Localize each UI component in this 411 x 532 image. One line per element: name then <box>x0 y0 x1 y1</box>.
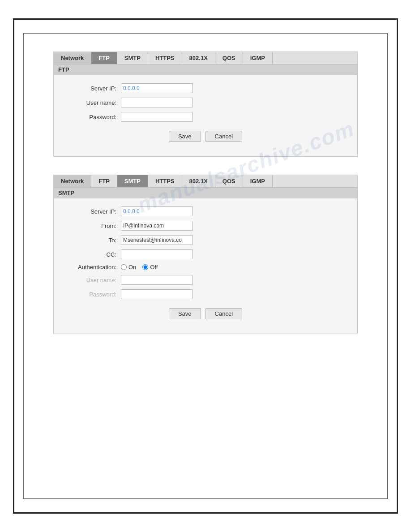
smtp-button-row: Save Cancel <box>63 304 348 326</box>
tab-https-2[interactable]: HTTPS <box>148 175 182 187</box>
ftp-panel: Network FTP SMTP HTTPS 802.1X QOS IGMP F… <box>53 51 358 157</box>
smtp-to-label: To: <box>63 237 121 244</box>
username-row: User name: <box>63 98 348 107</box>
outer-border: manualsarchive.com Network FTP SMTP HTTP… <box>13 18 398 514</box>
smtp-form-area: Server IP: From: To: CC: Authentication: <box>54 198 357 334</box>
smtp-username-row: User name: <box>63 275 348 285</box>
smtp-server-ip-label: Server IP: <box>63 208 121 215</box>
smtp-cc-row: CC: <box>63 249 348 259</box>
ftp-button-row: Save Cancel <box>63 126 348 148</box>
password-row: Password: <box>63 112 348 122</box>
username-label: User name: <box>63 99 121 106</box>
server-ip-row: Server IP: <box>63 83 348 93</box>
server-ip-input[interactable] <box>121 83 193 93</box>
tab-smtp-2[interactable]: SMTP <box>117 175 148 187</box>
auth-on-radio[interactable] <box>121 264 127 270</box>
smtp-from-row: From: <box>63 221 348 231</box>
tab-ftp-1[interactable]: FTP <box>91 52 117 64</box>
smtp-to-input[interactable] <box>121 235 193 245</box>
tab-qos-2[interactable]: QOS <box>215 175 243 187</box>
smtp-username-input[interactable] <box>121 275 193 285</box>
server-ip-label: Server IP: <box>63 85 121 92</box>
smtp-password-label: Password: <box>63 291 121 298</box>
tab-network-2[interactable]: Network <box>54 175 91 187</box>
smtp-tab-bar: Network FTP SMTP HTTPS 802.1X QOS IGMP <box>54 175 357 188</box>
auth-off-label: Off <box>150 264 158 270</box>
auth-on-option[interactable]: On <box>121 264 136 270</box>
smtp-save-button[interactable]: Save <box>169 308 201 319</box>
ftp-tab-bar: Network FTP SMTP HTTPS 802.1X QOS IGMP <box>54 52 357 64</box>
smtp-auth-row: Authentication: On Off <box>63 264 348 270</box>
smtp-cc-label: CC: <box>63 251 121 258</box>
tab-smtp-1[interactable]: SMTP <box>117 52 148 64</box>
smtp-username-label: User name: <box>63 277 121 283</box>
auth-on-label: On <box>128 264 136 270</box>
smtp-from-label: From: <box>63 223 121 229</box>
smtp-auth-label: Authentication: <box>63 264 121 270</box>
ftp-cancel-button[interactable]: Cancel <box>206 131 242 142</box>
ftp-form-area: Server IP: User name: Password: Save Can… <box>54 75 357 156</box>
smtp-section-header: SMTP <box>54 188 357 198</box>
password-label: Password: <box>63 114 121 120</box>
inner-border: manualsarchive.com Network FTP SMTP HTTP… <box>23 33 388 499</box>
tab-8021x-2[interactable]: 802.1X <box>182 175 215 187</box>
smtp-from-input[interactable] <box>121 221 193 231</box>
smtp-cc-input[interactable] <box>121 249 193 259</box>
smtp-to-row: To: <box>63 235 348 245</box>
ftp-save-button[interactable]: Save <box>169 131 201 142</box>
tab-network-1[interactable]: Network <box>54 52 91 64</box>
auth-off-option[interactable]: Off <box>142 264 158 270</box>
smtp-password-row: Password: <box>63 289 348 299</box>
tab-ftp-2[interactable]: FTP <box>91 175 117 187</box>
smtp-server-ip-row: Server IP: <box>63 206 348 216</box>
tab-https-1[interactable]: HTTPS <box>148 52 182 64</box>
smtp-server-ip-input[interactable] <box>121 206 193 216</box>
smtp-password-input[interactable] <box>121 289 193 299</box>
username-input[interactable] <box>121 98 193 107</box>
tab-igmp-2[interactable]: IGMP <box>243 175 273 187</box>
ftp-section-header: FTP <box>54 64 357 75</box>
tab-igmp-1[interactable]: IGMP <box>243 52 273 64</box>
tab-qos-1[interactable]: QOS <box>215 52 243 64</box>
password-input[interactable] <box>121 112 193 122</box>
tab-8021x-1[interactable]: 802.1X <box>182 52 215 64</box>
smtp-cancel-button[interactable]: Cancel <box>206 308 242 319</box>
smtp-auth-radio-group: On Off <box>121 264 158 270</box>
auth-off-radio[interactable] <box>142 264 148 270</box>
smtp-panel: Network FTP SMTP HTTPS 802.1X QOS IGMP S… <box>53 175 358 334</box>
